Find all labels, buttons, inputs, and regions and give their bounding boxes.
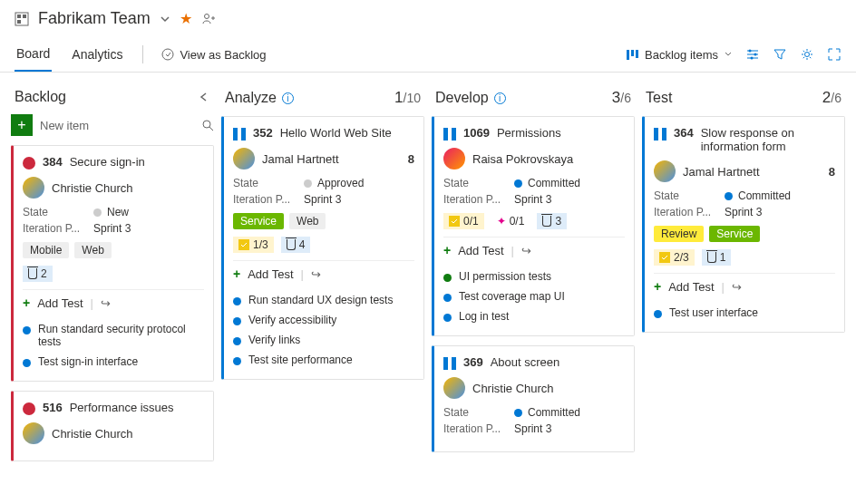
- goto-icon[interactable]: ↪: [101, 296, 111, 310]
- svg-rect-6: [627, 50, 629, 60]
- gear-icon[interactable]: [800, 47, 814, 62]
- test-chip[interactable]: 4: [281, 237, 311, 253]
- bullet-icon: [233, 357, 241, 365]
- state-label: State: [23, 206, 86, 218]
- card-352[interactable]: 352Hello World Web Site Jamal Hartnett8 …: [221, 116, 424, 380]
- bullet-icon: [233, 317, 241, 325]
- search-icon[interactable]: [201, 119, 214, 131]
- card-369[interactable]: 369About screen Christie Church StateCom…: [432, 345, 635, 452]
- goto-icon[interactable]: ↪: [311, 267, 321, 281]
- svg-point-9: [749, 50, 752, 53]
- test-chip[interactable]: 1: [702, 249, 732, 266]
- pbi-icon: [443, 357, 456, 370]
- avatar: [443, 148, 465, 170]
- test-item[interactable]: Test coverage map UI: [459, 290, 565, 303]
- bullet-icon: [23, 359, 31, 367]
- task-chip[interactable]: 2/3: [654, 249, 695, 266]
- assignee: Christie Church: [52, 427, 133, 441]
- svg-rect-16: [659, 252, 670, 263]
- assignee: Raisa Pokrovskaya: [472, 152, 573, 166]
- test-item[interactable]: Log in test: [459, 310, 509, 323]
- add-test-button[interactable]: Add Test: [37, 296, 83, 310]
- avatar: [233, 148, 255, 170]
- task-chip[interactable]: 0/1: [443, 213, 484, 229]
- effort: 8: [829, 165, 835, 179]
- test-item[interactable]: Test site performance: [248, 354, 353, 366]
- iteration-label: Iteration P...: [443, 193, 507, 206]
- card-364[interactable]: 364Slow response on information form Jam…: [642, 116, 845, 333]
- column-title: Backlog: [15, 89, 66, 105]
- avatar: [443, 377, 465, 399]
- goto-icon[interactable]: ↪: [521, 244, 531, 257]
- collapse-icon[interactable]: [198, 91, 210, 103]
- view-as-backlog-button[interactable]: View as Backlog: [161, 48, 266, 62]
- test-item[interactable]: Verify accessibility: [248, 314, 336, 326]
- filter-icon[interactable]: [773, 47, 787, 62]
- info-icon[interactable]: i: [282, 92, 294, 104]
- beaker-icon: [542, 216, 551, 227]
- column-analyze: Analyzei1/10 352Hello World Web Site Jam…: [221, 83, 424, 470]
- svg-rect-15: [449, 216, 460, 227]
- backlog-items-dropdown[interactable]: Backlog items: [626, 48, 733, 62]
- test-item[interactable]: Run standard UX design tests: [248, 294, 393, 306]
- work-item-id: 352: [253, 126, 273, 140]
- info-icon[interactable]: i: [494, 92, 506, 104]
- bullet-icon: [23, 326, 31, 334]
- plus-icon: +: [443, 243, 451, 257]
- column-title: Analyze: [225, 90, 277, 106]
- bug-chip[interactable]: ✦0/1: [491, 213, 530, 229]
- fullscreen-icon[interactable]: [827, 47, 841, 62]
- test-item[interactable]: Run standard security protocol tests: [38, 323, 204, 348]
- test-item[interactable]: Verify links: [248, 334, 300, 346]
- test-chip[interactable]: 2: [23, 266, 53, 282]
- iteration-label: Iteration P...: [23, 222, 86, 235]
- iteration-value: Sprint 3: [514, 193, 625, 206]
- svg-rect-1: [17, 15, 21, 18]
- new-item-label[interactable]: New item: [40, 119, 194, 132]
- column-test: Test2/6 364Slow response on information …: [642, 83, 845, 470]
- people-icon[interactable]: [201, 12, 216, 26]
- beaker-icon: [287, 239, 296, 250]
- work-item-title: Permissions: [497, 126, 561, 140]
- add-test-button[interactable]: Add Test: [458, 244, 503, 257]
- bug-icon: [23, 157, 35, 170]
- tag: Web: [74, 242, 111, 258]
- task-chip[interactable]: 1/3: [233, 237, 274, 253]
- bullet-icon: [443, 274, 452, 282]
- svg-point-10: [754, 53, 757, 56]
- effort: 8: [408, 152, 414, 166]
- star-icon[interactable]: ★: [180, 10, 192, 27]
- test-item[interactable]: Test sign-in interface: [38, 355, 138, 368]
- work-item-id: 364: [674, 126, 694, 140]
- goto-icon[interactable]: ↪: [732, 280, 742, 294]
- new-item-button[interactable]: +: [11, 114, 33, 136]
- state-value: Committed: [528, 406, 580, 419]
- bullet-icon: [654, 310, 662, 318]
- card-384[interactable]: 384Secure sign-in Christie Church StateN…: [11, 145, 214, 382]
- svg-rect-7: [631, 50, 634, 56]
- assignee: Christie Church: [52, 181, 133, 195]
- settings-icon[interactable]: [745, 47, 760, 62]
- test-chip[interactable]: 3: [537, 213, 567, 229]
- add-test-button[interactable]: Add Test: [248, 267, 293, 281]
- work-item-title: About screen: [491, 355, 560, 369]
- chevron-down-icon[interactable]: [160, 14, 170, 24]
- tag-web: Web: [289, 213, 326, 229]
- state-label: State: [654, 189, 717, 202]
- test-item[interactable]: UI permission tests: [459, 270, 551, 283]
- card-516[interactable]: 516Performance issues Christie Church: [11, 391, 214, 461]
- iteration-value: Sprint 3: [304, 193, 414, 206]
- add-test-button[interactable]: Add Test: [668, 280, 714, 294]
- card-1069[interactable]: 1069Permissions Raisa Pokrovskaya StateC…: [432, 116, 635, 336]
- bullet-icon: [233, 297, 241, 305]
- svg-point-12: [805, 53, 810, 57]
- state-label: State: [233, 177, 297, 189]
- test-item[interactable]: Test user interface: [669, 306, 758, 319]
- separator: [142, 45, 143, 63]
- pbi-icon: [233, 128, 246, 141]
- chevron-down-icon: [724, 50, 733, 59]
- bullet-icon: [233, 337, 241, 345]
- tab-analytics[interactable]: Analytics: [70, 38, 124, 71]
- assignee: Christie Church: [472, 382, 554, 395]
- tab-board[interactable]: Board: [15, 37, 52, 72]
